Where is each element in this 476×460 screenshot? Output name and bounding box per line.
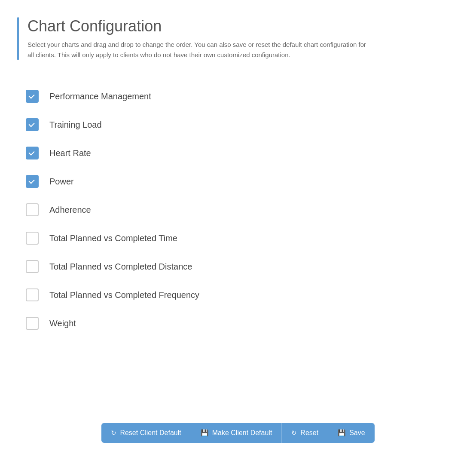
checkbox-total-planned-vs-completed-time[interactable]	[26, 232, 39, 245]
checklist-item-power[interactable]: Power	[21, 167, 459, 196]
save-button[interactable]: 💾 Save	[328, 423, 374, 443]
reset-label: Reset	[300, 429, 318, 437]
checkbox-total-planned-vs-completed-distance[interactable]	[26, 260, 39, 273]
checkbox-label-power: Power	[49, 177, 74, 187]
reset-icon: ↻	[291, 429, 297, 437]
save-label: Save	[349, 429, 365, 437]
header-text: Chart Configuration Select your charts a…	[27, 17, 371, 60]
footer-buttons: ↻ Reset Client Default 💾 Make Client Def…	[17, 414, 459, 447]
checkbox-label-total-planned-vs-completed-distance: Total Planned vs Completed Distance	[49, 262, 192, 272]
checklist-item-total-planned-vs-completed-frequency[interactable]: Total Planned vs Completed Frequency	[21, 281, 459, 309]
checklist-item-heart-rate[interactable]: Heart Rate	[21, 139, 459, 167]
checklist: Performance ManagementTraining LoadHeart…	[17, 82, 459, 414]
checkbox-training-load[interactable]	[26, 118, 39, 131]
checkbox-label-total-planned-vs-completed-frequency: Total Planned vs Completed Frequency	[49, 290, 199, 300]
checkbox-performance-management[interactable]	[26, 90, 39, 103]
blue-bar	[17, 17, 19, 60]
checklist-item-total-planned-vs-completed-distance[interactable]: Total Planned vs Completed Distance	[21, 252, 459, 281]
page-title: Chart Configuration	[27, 17, 371, 35]
button-group: ↻ Reset Client Default 💾 Make Client Def…	[101, 423, 374, 443]
reset-button[interactable]: ↻ Reset	[282, 423, 328, 443]
checkbox-label-heart-rate: Heart Rate	[49, 148, 91, 158]
make-client-default-button[interactable]: 💾 Make Client Default	[191, 423, 282, 443]
make-client-default-label: Make Client Default	[212, 429, 272, 437]
checkbox-label-performance-management: Performance Management	[49, 92, 151, 101]
checklist-item-weight[interactable]: Weight	[21, 309, 459, 337]
checkbox-label-training-load: Training Load	[49, 120, 102, 130]
checklist-item-performance-management[interactable]: Performance Management	[21, 82, 459, 110]
page-container: Chart Configuration Select your charts a…	[0, 0, 476, 460]
page-description: Select your charts and drag and drop to …	[27, 40, 371, 60]
checkbox-heart-rate[interactable]	[26, 147, 39, 159]
checkbox-label-weight: Weight	[49, 319, 76, 328]
checkbox-label-total-planned-vs-completed-time: Total Planned vs Completed Time	[49, 233, 177, 243]
header-section: Chart Configuration Select your charts a…	[17, 17, 459, 69]
make-client-default-icon: 💾	[201, 429, 209, 437]
reset-client-default-icon: ↻	[111, 429, 116, 437]
checklist-item-total-planned-vs-completed-time[interactable]: Total Planned vs Completed Time	[21, 224, 459, 252]
reset-client-default-button[interactable]: ↻ Reset Client Default	[101, 423, 191, 443]
checkbox-total-planned-vs-completed-frequency[interactable]	[26, 288, 39, 301]
checkbox-label-adherence: Adherence	[49, 205, 91, 215]
checkbox-weight[interactable]	[26, 317, 39, 330]
checkbox-adherence[interactable]	[26, 203, 39, 216]
save-icon: 💾	[338, 429, 346, 437]
checkbox-power[interactable]	[26, 175, 39, 188]
checklist-item-training-load[interactable]: Training Load	[21, 110, 459, 139]
checklist-item-adherence[interactable]: Adherence	[21, 196, 459, 224]
reset-client-default-label: Reset Client Default	[120, 429, 181, 437]
